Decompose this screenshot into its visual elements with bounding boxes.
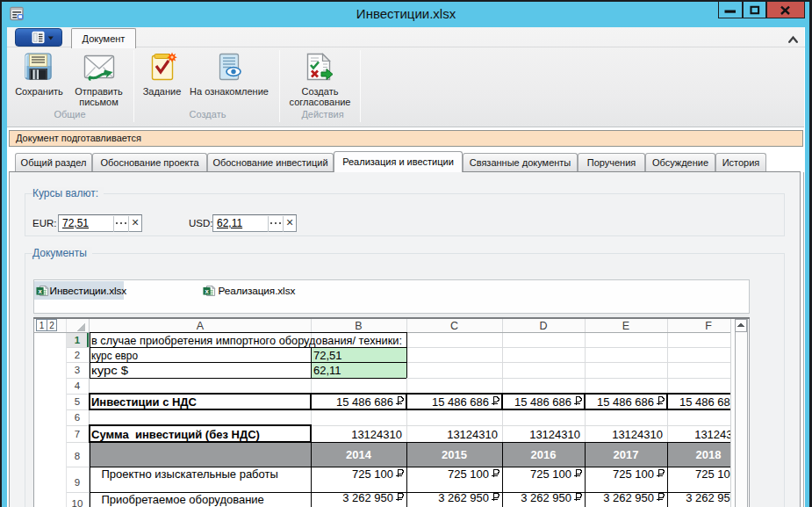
svg-text:13124310: 13124310	[447, 428, 498, 441]
svg-text:курс евро: курс евро	[91, 349, 138, 362]
svg-text:Проектно изыскательные работы: Проектно изыскательные работы	[102, 467, 278, 481]
svg-text:13124310: 13124310	[351, 428, 402, 441]
svg-text:2016: 2016	[531, 448, 557, 461]
svg-text:62,11: 62,11	[313, 364, 341, 377]
svg-text:13124310: 13124310	[612, 428, 663, 441]
svg-text:15 486 686: 15 486 686	[336, 395, 393, 409]
svg-text:Приобретаемое оборудование: Приобретаемое оборудование	[102, 493, 264, 506]
svg-text:725 100: 725 100	[695, 467, 737, 481]
svg-text:725 100: 725 100	[530, 467, 571, 481]
svg-text:9: 9	[75, 477, 80, 488]
svg-text:Инвестиции с НДС: Инвестиции с НДС	[91, 395, 198, 409]
svg-text:2: 2	[75, 350, 80, 360]
svg-text:15 486 686: 15 486 686	[514, 395, 571, 409]
svg-text:3 262 950: 3 262 950	[342, 491, 393, 504]
svg-text:3 262 950: 3 262 950	[438, 491, 489, 504]
svg-text:725 100: 725 100	[352, 467, 393, 481]
svg-text:C: C	[450, 320, 458, 332]
svg-text:1: 1	[40, 321, 45, 330]
svg-text:5: 5	[75, 396, 80, 407]
svg-text:E: E	[622, 320, 629, 332]
svg-text:2015: 2015	[442, 448, 467, 461]
svg-text:1: 1	[75, 335, 81, 345]
svg-text:B: B	[355, 320, 362, 332]
svg-text:15 486 686: 15 486 686	[432, 395, 489, 409]
svg-text:Сумма инвестиций (без НДС): Сумма инвестиций (без НДС)	[91, 428, 260, 441]
svg-text:3 262 950: 3 262 950	[603, 491, 654, 504]
svg-text:10: 10	[72, 498, 83, 507]
svg-text:6: 6	[75, 412, 80, 423]
svg-text:15 486 686: 15 486 686	[679, 395, 737, 409]
svg-text:725 100: 725 100	[448, 467, 489, 481]
svg-text:3: 3	[75, 365, 80, 375]
svg-text:A: A	[197, 320, 205, 332]
svg-text:4: 4	[75, 380, 81, 391]
svg-text:15 486 686: 15 486 686	[597, 395, 654, 409]
svg-text:2014: 2014	[346, 448, 372, 461]
svg-text:72,51: 72,51	[313, 349, 342, 362]
svg-text:2: 2	[49, 321, 54, 330]
svg-text:курс $: курс $	[91, 364, 129, 377]
svg-text:F: F	[705, 320, 712, 332]
svg-text:8: 8	[75, 451, 80, 461]
svg-text:7: 7	[75, 429, 80, 439]
svg-text:2018: 2018	[696, 448, 722, 461]
svg-text:2017: 2017	[614, 448, 639, 461]
svg-text:3 262 950: 3 262 950	[686, 491, 737, 504]
svg-text:13124310: 13124310	[529, 428, 580, 441]
svg-text:725 100: 725 100	[613, 467, 654, 481]
svg-text:D: D	[539, 320, 547, 332]
svg-text:в случае приобретения импортно: в случае приобретения импортного оборудо…	[91, 334, 402, 347]
svg-text:3 262 950: 3 262 950	[521, 491, 571, 504]
